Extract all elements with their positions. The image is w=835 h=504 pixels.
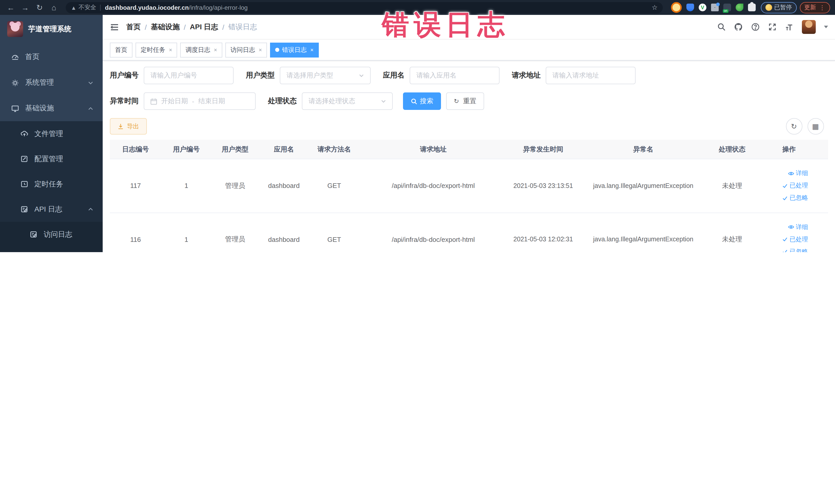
search-icon <box>411 98 418 104</box>
column-header: 用户编号 <box>161 144 211 154</box>
request-url-input[interactable]: 请输入请求地址 <box>546 67 635 84</box>
on-badge-extension-icon[interactable] <box>724 4 731 11</box>
tab-close-icon[interactable]: × <box>259 47 262 53</box>
sidebar-item-基础设施[interactable]: 基础设施 <box>0 96 103 121</box>
avatar-caret-icon[interactable] <box>824 26 828 28</box>
grid-extension-icon[interactable] <box>711 4 719 11</box>
tab-定时任务[interactable]: 定时任务× <box>136 42 177 57</box>
reset-button[interactable]: ↻ 重置 <box>446 93 484 110</box>
breadcrumb-separator: / <box>145 23 147 31</box>
breadcrumb-item[interactable]: 基础设施 <box>151 22 180 32</box>
shield-extension-icon[interactable] <box>686 4 694 11</box>
tab-close-icon[interactable]: × <box>169 47 172 53</box>
sidebar-item-访问日志[interactable]: 访问日志 <box>0 222 103 247</box>
github-icon[interactable] <box>734 23 742 31</box>
sprout-extension-icon[interactable] <box>736 4 744 11</box>
home-icon[interactable]: ⌂ <box>48 4 60 11</box>
cell-url: /api/infra/db-doc/export-html <box>359 182 507 190</box>
refresh-table-button[interactable]: ↻ <box>786 118 802 135</box>
breadcrumb-item[interactable]: 首页 <box>126 22 141 32</box>
reload-icon[interactable]: ↻ <box>34 4 45 11</box>
user-type-select[interactable]: 请选择用户类型 <box>280 67 371 84</box>
action-已处理[interactable]: 已处理 <box>782 182 808 190</box>
tab-错误日志[interactable]: 错误日志× <box>270 42 319 57</box>
user-avatar[interactable] <box>802 20 815 34</box>
app-header: 首页/基础设施/API 日志/错误日志 <box>103 15 835 40</box>
action-详细[interactable]: 详细 <box>788 169 808 178</box>
exception-time-label: 异常时间 <box>110 97 139 106</box>
column-header: 操作 <box>757 144 821 154</box>
tab-调度日志[interactable]: 调度日志× <box>180 42 222 57</box>
menu-fold-icon[interactable] <box>110 22 119 32</box>
process-status-select[interactable]: 请选择处理状态 <box>302 93 393 110</box>
bookmark-star-icon[interactable]: ☆ <box>652 4 658 11</box>
refresh-icon: ↻ <box>454 98 461 104</box>
action-已处理[interactable]: 已处理 <box>782 235 808 244</box>
tab-首页[interactable]: 首页 <box>110 42 133 57</box>
tab-访问日志[interactable]: 访问日志× <box>225 42 267 57</box>
v-extension-icon[interactable]: V <box>699 4 707 11</box>
app-name-input[interactable]: 请输入应用名 <box>410 67 500 84</box>
action-label: 已处理 <box>790 182 808 190</box>
back-icon[interactable]: ← <box>5 4 16 11</box>
log-icon <box>30 230 38 238</box>
search-icon[interactable] <box>717 23 726 31</box>
font-size-icon[interactable] <box>785 23 793 31</box>
user-id-input[interactable]: 请输入用户编号 <box>144 67 233 84</box>
url-path: /infra/log/api-error-log <box>189 4 648 11</box>
export-button[interactable]: 导出 <box>110 118 147 135</box>
action-已忽略[interactable]: 已忽略 <box>782 247 808 252</box>
sidebar-item-文件管理[interactable]: 文件管理 <box>0 121 103 146</box>
user-type-label: 用户类型 <box>246 71 274 80</box>
sidebar-menu: 首页系统管理基础设施文件管理配置管理定时任务API 日志访问日志错误日志MySQ… <box>0 44 103 252</box>
sidebar-item-label: 定时任务 <box>34 180 103 189</box>
table-row: 1161管理员dashboardGET/api/infra/db-doc/exp… <box>110 213 828 252</box>
address-bar[interactable]: ▲ 不安全 dashboard.yudao.iocoder.cn /infra/… <box>66 2 663 13</box>
column-header: 日志编号 <box>110 144 161 154</box>
error-log-table: 日志编号用户编号用户类型应用名请求方法名请求地址异常发生时间异常名处理状态操作 … <box>110 140 828 252</box>
tab-close-icon[interactable]: × <box>214 47 217 53</box>
column-settings-button[interactable]: ▦ <box>807 118 824 135</box>
process-status-label: 处理状态 <box>268 97 297 106</box>
sidebar-item-label: 配置管理 <box>34 154 103 164</box>
app-logo-row[interactable]: 芋道管理系统 <box>0 15 103 44</box>
help-icon[interactable] <box>751 23 759 31</box>
breadcrumb-item[interactable]: API 日志 <box>190 22 218 32</box>
tab-label: 访问日志 <box>230 45 255 54</box>
action-已忽略[interactable]: 已忽略 <box>782 194 808 203</box>
search-button[interactable]: 搜索 <box>403 93 441 110</box>
user-id-label: 用户编号 <box>110 71 139 80</box>
forward-icon[interactable]: → <box>20 4 31 11</box>
sidebar-item-错误日志[interactable]: 错误日志 <box>0 247 103 252</box>
fullscreen-icon[interactable] <box>768 23 776 31</box>
sidebar: 芋道管理系统 首页系统管理基础设施文件管理配置管理定时任务API 日志访问日志错… <box>0 15 103 252</box>
tab-label: 调度日志 <box>186 45 210 54</box>
sidebar-item-定时任务[interactable]: 定时任务 <box>0 172 103 197</box>
extension-icon[interactable] <box>671 2 682 13</box>
extensions-puzzle-icon[interactable] <box>748 4 756 11</box>
filter-row-2: 异常时间 开始日期 - 结束日期 处理状态 请选择处理状态 搜索 <box>110 93 828 110</box>
chevron-down-icon <box>381 99 386 104</box>
browser-menu-icon[interactable]: ⋮ <box>819 4 825 11</box>
table-body: 1171管理员dashboardGET/api/infra/db-doc/exp… <box>110 159 828 252</box>
cell-exception: java.lang.IllegalArgumentException <box>579 236 708 243</box>
sidebar-item-系统管理[interactable]: 系统管理 <box>0 70 103 96</box>
check-icon <box>782 183 788 189</box>
app-logo <box>7 21 23 37</box>
action-详细[interactable]: 详细 <box>788 223 808 231</box>
paused-badge[interactable]: 已暂停 <box>761 2 796 13</box>
sidebar-item-首页[interactable]: 首页 <box>0 44 103 70</box>
tab-close-icon[interactable]: × <box>310 47 314 53</box>
sidebar-item-配置管理[interactable]: 配置管理 <box>0 146 103 172</box>
update-button[interactable]: 更新 ⋮ <box>799 2 830 13</box>
sidebar-item-API-日志[interactable]: API 日志 <box>0 197 103 222</box>
sidebar-item-label: API 日志 <box>34 205 82 214</box>
chevron-down-icon <box>359 73 364 78</box>
monitor-icon <box>11 104 19 112</box>
column-header: 处理状态 <box>708 144 757 154</box>
not-secure-warning-icon: ▲ <box>71 4 77 11</box>
browser-extensions: V <box>671 2 756 13</box>
tab-label: 定时任务 <box>141 45 165 54</box>
exception-time-range-picker[interactable]: 开始日期 - 结束日期 <box>144 93 256 110</box>
check-icon <box>782 195 788 201</box>
